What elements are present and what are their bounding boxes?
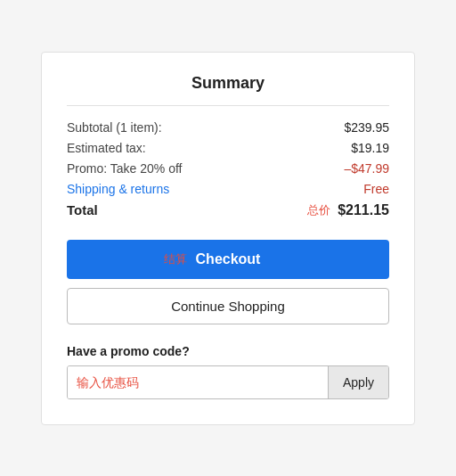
checkout-annotation: 结算 (164, 251, 187, 267)
total-value: $211.15 (338, 202, 389, 218)
total-annotation: 总价 (307, 202, 330, 218)
shipping-value: Free (363, 182, 389, 196)
shipping-row: Shipping & returns Free (67, 182, 389, 196)
checkout-button[interactable]: 结算 Checkout (67, 240, 389, 279)
promo-label: Promo: Take 20% off (67, 161, 182, 176)
promo-row: Promo: Take 20% off –$47.99 (67, 161, 389, 176)
shipping-link[interactable]: Shipping & returns (67, 182, 169, 196)
summary-title: Summary (67, 74, 389, 93)
promo-value: –$47.99 (344, 161, 389, 176)
subtotal-value: $239.95 (344, 120, 389, 135)
tax-value: $19.19 (351, 141, 389, 155)
summary-card: Summary Subtotal (1 item): $239.95 Estim… (41, 52, 415, 425)
total-label: Total (67, 202, 98, 217)
checkout-wrapper: 结算 Checkout (67, 227, 389, 288)
promo-section-label: Have a promo code? (67, 344, 389, 358)
checkout-label: Checkout (196, 251, 261, 267)
promo-code-input[interactable] (68, 366, 328, 398)
subtotal-label: Subtotal (1 item): (67, 120, 162, 135)
promo-section: Have a promo code? Apply (67, 344, 389, 399)
apply-button[interactable]: Apply (328, 366, 388, 398)
tax-label: Estimated tax: (67, 141, 146, 155)
total-row: Total 总价 $211.15 (67, 202, 389, 218)
promo-input-row: Apply (67, 365, 389, 399)
tax-row: Estimated tax: $19.19 (67, 141, 389, 155)
subtotal-row: Subtotal (1 item): $239.95 (67, 120, 389, 135)
line-items: Subtotal (1 item): $239.95 Estimated tax… (67, 120, 389, 218)
continue-shopping-button[interactable]: Continue Shopping (67, 288, 389, 324)
top-divider (67, 105, 389, 106)
total-right: 总价 $211.15 (307, 202, 389, 218)
